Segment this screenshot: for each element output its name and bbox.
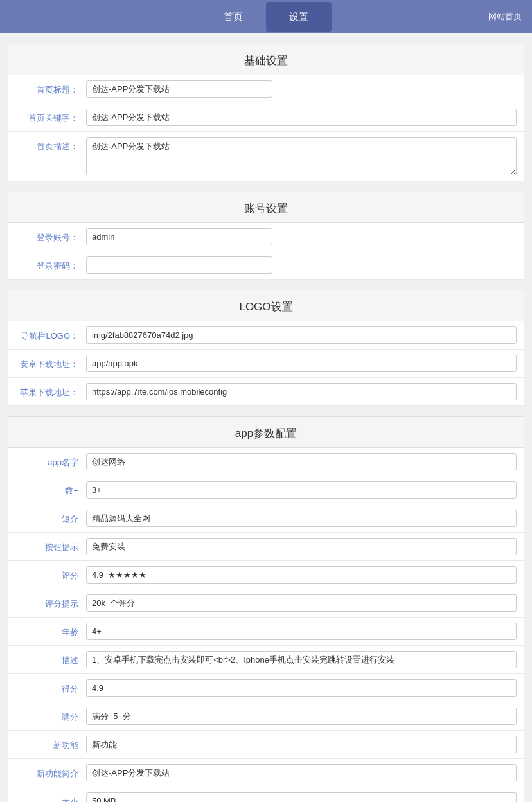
label-login-password: 登录密码： xyxy=(15,256,86,272)
label-home-title: 首页标题： xyxy=(15,80,86,96)
row-nav-logo: 导航栏LOGO： xyxy=(8,321,524,350)
label-score: 得分 xyxy=(15,679,86,695)
label-nav-logo: 导航栏LOGO： xyxy=(15,326,86,342)
section-app-params-title: app参数配置 xyxy=(8,416,524,448)
input-home-keywords[interactable] xyxy=(86,109,517,126)
label-brief: 短介 xyxy=(15,510,86,525)
section-basic-title: 基础设置 xyxy=(8,44,524,75)
row-rating: 评分 xyxy=(8,561,524,589)
input-android-url[interactable] xyxy=(86,355,517,372)
row-login-password: 登录密码： xyxy=(8,251,524,280)
label-android-url: 安卓下载地址： xyxy=(15,355,86,370)
input-brief[interactable] xyxy=(86,510,517,527)
textarea-home-desc[interactable]: 创达-APP分发下载站 xyxy=(86,137,517,175)
nav-home[interactable]: 首页 xyxy=(200,2,266,32)
nav-settings[interactable]: 设置 xyxy=(266,2,332,32)
row-ios-url: 苹果下载地址： xyxy=(8,378,524,406)
label-app-name: app名字 xyxy=(15,453,86,468)
label-new-feature: 新功能 xyxy=(15,736,86,751)
label-ios-url: 苹果下载地址： xyxy=(15,383,86,398)
input-new-feature[interactable] xyxy=(86,736,517,753)
input-score[interactable] xyxy=(86,679,517,697)
label-age-plus: 数+ xyxy=(15,481,86,497)
row-home-title: 首页标题： xyxy=(8,75,524,103)
input-btn-hint[interactable] xyxy=(86,538,517,555)
label-rating-hint: 评分提示 xyxy=(15,594,86,610)
nav-links: 首页 设置 xyxy=(200,2,332,32)
input-app-name[interactable] xyxy=(86,453,517,470)
row-brief: 短介 xyxy=(8,504,524,533)
row-score: 得分 xyxy=(8,674,524,702)
label-home-desc: 首页描述： xyxy=(15,137,86,152)
input-rating[interactable] xyxy=(86,566,517,584)
top-nav: 首页 设置 网站首页 xyxy=(0,0,532,33)
row-full-score: 满分 xyxy=(8,702,524,731)
section-logo-title: LOGO设置 xyxy=(8,290,524,321)
label-full-score: 满分 xyxy=(15,708,86,723)
row-age-plus: 数+ xyxy=(8,476,524,504)
row-new-feature: 新功能 xyxy=(8,731,524,759)
label-login-account: 登录账号： xyxy=(15,228,86,244)
row-home-keywords: 首页关键字： xyxy=(8,103,524,132)
label-desc: 描述 xyxy=(15,651,86,666)
row-home-desc: 首页描述： 创达-APP分发下载站 xyxy=(8,132,524,181)
row-android-url: 安卓下载地址： xyxy=(8,350,524,378)
row-new-feature-brief: 新功能简介 xyxy=(8,759,524,787)
row-desc: 描述 xyxy=(8,646,524,674)
input-nav-logo[interactable] xyxy=(86,326,517,344)
main-content: 基础设置 首页标题： 首页关键字： 首页描述： 创达-APP分发下载站 账号设置… xyxy=(3,33,529,802)
row-btn-hint: 按钮提示 xyxy=(8,533,524,561)
section-account-title: 账号设置 xyxy=(8,192,524,223)
input-home-title[interactable] xyxy=(86,80,272,98)
input-new-feature-brief[interactable] xyxy=(86,764,517,781)
input-age[interactable] xyxy=(86,623,517,640)
label-rating: 评分 xyxy=(15,566,86,582)
nav-site-home[interactable]: 网站首页 xyxy=(488,11,522,22)
input-ios-url[interactable] xyxy=(86,383,517,400)
input-login-password[interactable] xyxy=(86,256,272,274)
input-login-account[interactable] xyxy=(86,228,272,245)
label-age: 年龄 xyxy=(15,623,86,638)
row-age: 年龄 xyxy=(8,618,524,646)
label-home-keywords: 首页关键字： xyxy=(15,109,86,124)
input-rating-hint[interactable] xyxy=(86,594,517,612)
input-desc[interactable] xyxy=(86,651,517,668)
input-age-plus[interactable] xyxy=(86,481,517,499)
label-btn-hint: 按钮提示 xyxy=(15,538,86,553)
row-login-account: 登录账号： xyxy=(8,223,524,251)
label-new-feature-brief: 新功能简介 xyxy=(15,764,86,780)
row-size: 大小 xyxy=(8,787,524,802)
input-size[interactable] xyxy=(86,792,517,802)
label-size: 大小 xyxy=(15,792,86,802)
row-app-name: app名字 xyxy=(8,448,524,476)
input-full-score[interactable] xyxy=(86,708,517,725)
row-rating-hint: 评分提示 xyxy=(8,589,524,618)
